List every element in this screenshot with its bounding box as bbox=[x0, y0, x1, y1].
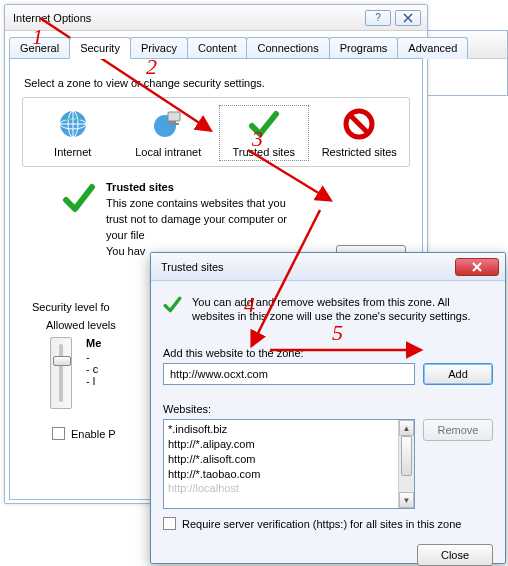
internet-options-title: Internet Options bbox=[13, 12, 91, 24]
list-item[interactable]: *.indisoft.biz bbox=[168, 422, 394, 437]
enable-protected-mode-checkbox[interactable] bbox=[52, 427, 65, 440]
close-button[interactable] bbox=[455, 258, 499, 276]
restricted-icon bbox=[343, 108, 375, 140]
trusted-sites-title: Trusted sites bbox=[161, 261, 224, 273]
zone-local-intranet-label: Local intranet bbox=[126, 146, 210, 158]
require-https-checkbox[interactable] bbox=[163, 517, 176, 530]
svg-rect-6 bbox=[169, 123, 179, 125]
scroll-up-icon[interactable]: ▲ bbox=[399, 420, 414, 436]
list-item[interactable]: http://*.taobao.com bbox=[168, 467, 394, 482]
check-icon bbox=[163, 295, 182, 329]
security-level-text: Me - - c - l bbox=[86, 337, 101, 387]
trusted-sites-intro: You can add and remove websites from thi… bbox=[192, 295, 493, 329]
list-item[interactable]: http://localhost bbox=[168, 481, 394, 496]
tabstrip: General Security Privacy Content Connect… bbox=[9, 37, 423, 59]
tab-privacy[interactable]: Privacy bbox=[130, 37, 188, 59]
zone-description-heading: Trusted sites bbox=[106, 181, 174, 193]
svg-rect-5 bbox=[172, 121, 176, 123]
check-icon bbox=[62, 181, 96, 215]
trusted-sites-body: You can add and remove websites from thi… bbox=[151, 281, 505, 566]
list-item[interactable]: http://*.alisoft.com bbox=[168, 452, 394, 467]
trusted-sites-dialog: Trusted sites You can add and remove web… bbox=[150, 252, 506, 564]
tab-content[interactable]: Content bbox=[187, 37, 248, 59]
scroll-down-icon[interactable]: ▼ bbox=[399, 492, 414, 508]
zone-internet[interactable]: Internet bbox=[31, 108, 115, 158]
scrollbar[interactable]: ▲ ▼ bbox=[398, 420, 414, 508]
check-icon bbox=[248, 108, 280, 140]
tab-connections[interactable]: Connections bbox=[246, 37, 329, 59]
websites-label: Websites: bbox=[163, 403, 493, 415]
websites-listbox[interactable]: *.indisoft.biz http://*.alipay.com http:… bbox=[163, 419, 415, 509]
globe-icon bbox=[57, 108, 89, 140]
close-button[interactable] bbox=[395, 10, 421, 26]
close-dialog-button[interactable]: Close bbox=[417, 544, 493, 566]
require-https-label: Require server verification (https:) for… bbox=[182, 518, 461, 530]
tab-security[interactable]: Security bbox=[69, 37, 131, 59]
security-level-slider[interactable] bbox=[50, 337, 72, 409]
tab-advanced[interactable]: Advanced bbox=[397, 37, 468, 59]
help-button[interactable]: ? bbox=[365, 10, 391, 26]
svg-rect-4 bbox=[168, 112, 180, 121]
remove-button: Remove bbox=[423, 419, 493, 441]
add-website-input[interactable] bbox=[163, 363, 415, 385]
zone-restricted-sites-label: Restricted sites bbox=[317, 146, 401, 158]
internet-options-titlebar: Internet Options ? bbox=[5, 5, 427, 31]
add-button[interactable]: Add bbox=[423, 363, 493, 385]
list-item[interactable]: http://*.alipay.com bbox=[168, 437, 394, 452]
svg-line-8 bbox=[350, 115, 368, 133]
scroll-thumb[interactable] bbox=[401, 436, 412, 476]
tab-programs[interactable]: Programs bbox=[329, 37, 399, 59]
zone-instruction: Select a zone to view or change security… bbox=[24, 77, 410, 89]
zone-internet-label: Internet bbox=[31, 146, 115, 158]
zone-restricted-sites[interactable]: Restricted sites bbox=[317, 108, 401, 158]
trusted-sites-titlebar: Trusted sites bbox=[151, 253, 505, 281]
window-buttons: ? bbox=[365, 10, 421, 26]
zone-local-intranet[interactable]: Local intranet bbox=[126, 108, 210, 158]
add-website-label: Add this website to the zone: bbox=[163, 347, 493, 359]
zone-trusted-sites[interactable]: Trusted sites bbox=[222, 108, 306, 158]
zone-list: Internet Local intranet Trusted sites Re… bbox=[22, 97, 410, 167]
intranet-icon bbox=[152, 108, 184, 140]
enable-protected-mode-label: Enable P bbox=[71, 428, 116, 440]
zone-description-text: Trusted sites This zone contains website… bbox=[106, 181, 287, 261]
zone-trusted-sites-label: Trusted sites bbox=[222, 146, 306, 158]
tab-general[interactable]: General bbox=[9, 37, 70, 59]
